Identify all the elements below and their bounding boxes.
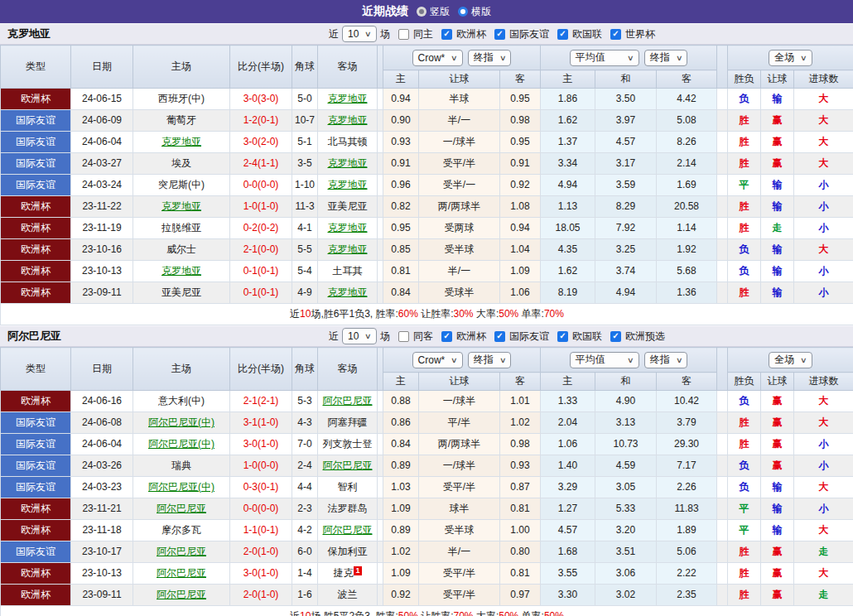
handicap-line: 受平/半 (419, 477, 500, 498)
avg-odds-away: 5.08 (657, 110, 717, 132)
match-score: 2-1(0-0) (230, 239, 292, 261)
match-count-select[interactable]: 10∨ (342, 328, 377, 344)
radio-unselected-icon[interactable] (458, 7, 468, 17)
avg-company-select[interactable]: 平均值∨ (570, 352, 639, 368)
spacer-cell (717, 239, 728, 261)
team-link[interactable]: 阿尔巴尼亚(中) (148, 416, 214, 428)
avg-odds-draw: 3.51 (595, 541, 657, 563)
team-link[interactable]: 克罗地亚 (328, 157, 368, 169)
avg-odds-draw: 4.59 (595, 455, 657, 477)
competition-checkbox[interactable]: ✓ (494, 331, 505, 342)
handicap-odds-home: 1.03 (383, 477, 419, 498)
match-score: 2-1(2-1) (230, 391, 292, 412)
avg-odds-home: 1.27 (541, 498, 595, 520)
competition-checkbox[interactable]: ✓ (441, 29, 452, 40)
scope-select[interactable]: 全场∨ (769, 50, 812, 66)
competition-checkbox[interactable]: ✓ (557, 331, 568, 342)
result-outcome: 胜 (728, 132, 761, 153)
odds-stage-select[interactable]: 终指∨ (468, 50, 512, 66)
team-link[interactable]: 克罗地亚 (161, 136, 201, 147)
team-link[interactable]: 阿尔巴尼亚 (157, 567, 206, 579)
spacer-cell (378, 239, 383, 261)
result-group-header: 全场∨ (728, 348, 853, 373)
team-link[interactable]: 阿尔巴尼亚(中) (148, 438, 214, 450)
away-team-cell: 土耳其 (318, 261, 378, 282)
team-link[interactable]: 阿尔巴尼亚 (157, 589, 206, 600)
competition-checkbox[interactable]: ✓ (494, 29, 505, 40)
result-outcome: 负 (728, 89, 761, 110)
team-link[interactable]: 克罗地亚 (161, 265, 201, 277)
result-group-header: 全场∨ (728, 46, 853, 70)
result-handicap: 赢 (761, 585, 794, 606)
corner-score: 4-3 (292, 412, 318, 434)
avg-odds-draw: 3.50 (595, 89, 657, 110)
match-score: 3-0(1-0) (230, 434, 292, 455)
radio-selected-icon[interactable] (417, 7, 426, 17)
competition-label: 欧国联 (572, 330, 602, 344)
team-link[interactable]: 阿尔巴尼亚 (323, 395, 373, 407)
summary-segment: 10 (300, 308, 311, 320)
team-link[interactable]: 阿尔巴尼亚 (323, 460, 373, 471)
team-link[interactable]: 克罗地亚 (328, 93, 368, 104)
competition-checkbox[interactable]: ✓ (610, 331, 621, 342)
competition-label: 世界杯 (625, 27, 655, 41)
handicap-odds-home: 0.85 (383, 239, 419, 261)
result-goals: 走 (794, 585, 853, 606)
corner-score: 2-3 (292, 498, 318, 520)
scope-select-value: 全场 (774, 353, 794, 367)
avg-odds-draw: 3.59 (595, 175, 657, 196)
handicap-odds-away: 0.98 (500, 110, 541, 132)
avg-odds-home: 3.30 (541, 585, 595, 606)
corner-score: 1-4 (292, 563, 318, 585)
team-link[interactable]: 阿尔巴尼亚 (157, 503, 206, 514)
avg-odds-away: 29.30 (657, 434, 717, 455)
result-goals: 大 (794, 520, 853, 541)
team-link[interactable]: 阿尔巴尼亚 (157, 546, 206, 557)
avg-stage-select[interactable]: 终指∨ (644, 50, 688, 66)
team-link[interactable]: 克罗地亚 (328, 243, 368, 255)
same-venue-checkbox[interactable] (398, 331, 409, 342)
team-link[interactable]: 克罗地亚 (161, 200, 201, 212)
match-row: 欧洲杯23-09-11阿尔巴尼亚2-0(1-0)1-6波兰0.92受平/半0.9… (1, 585, 853, 606)
result-goals: 大 (794, 477, 853, 498)
odds-company-select[interactable]: Crow*∨ (412, 352, 463, 368)
handicap-line: 半/一 (419, 261, 500, 282)
match-score: 2-0(1-0) (230, 585, 292, 606)
radio-vertical-layout[interactable]: 竖版 (417, 5, 450, 19)
away-team-cell: 克罗地亚 (318, 218, 378, 239)
radio-horizontal-layout[interactable]: 横版 (458, 5, 491, 19)
result-goals: 走 (794, 541, 853, 563)
competition-checkbox[interactable]: ✓ (610, 29, 621, 40)
competition-checkbox[interactable]: ✓ (557, 29, 568, 40)
odds-stage-select[interactable]: 终指∨ (468, 352, 512, 368)
spacer-cell (378, 434, 383, 455)
match-score: 2-4(1-1) (230, 153, 292, 175)
home-team-cell: 克罗地亚 (133, 196, 230, 218)
avg-odds-home: 3.55 (541, 563, 595, 585)
result-sub-header: 让球 (761, 70, 794, 89)
competition-checkbox[interactable]: ✓ (441, 331, 452, 342)
match-date: 23-09-11 (71, 585, 133, 606)
avg-odds-draw: 3.05 (595, 477, 657, 498)
same-venue-checkbox[interactable] (398, 29, 409, 40)
scope-select[interactable]: 全场∨ (769, 352, 812, 368)
team-link[interactable]: 克罗地亚 (328, 286, 368, 298)
team-link[interactable]: 阿尔巴尼亚 (323, 524, 373, 536)
handicap-odds-home: 0.86 (383, 412, 419, 434)
team-link[interactable]: 克罗地亚 (328, 179, 368, 190)
near-label: 近 (329, 330, 339, 344)
corner-score: 5-5 (292, 239, 318, 261)
team-link[interactable]: 克罗地亚 (328, 114, 368, 126)
avg-company-select[interactable]: 平均值∨ (570, 50, 639, 66)
team-link[interactable]: 克罗地亚 (328, 222, 368, 233)
spacer-cell (717, 412, 728, 434)
result-outcome: 平 (728, 498, 761, 520)
match-score: 0-3(0-1) (230, 477, 292, 498)
match-date: 23-11-18 (71, 520, 133, 541)
handicap-odds-away: 0.81 (500, 563, 541, 585)
match-row: 国际友谊24-03-26瑞典1-0(0-0)2-4阿尔巴尼亚0.89一/球半0.… (1, 455, 853, 477)
odds-company-select[interactable]: Crow*∨ (412, 50, 463, 66)
match-count-select[interactable]: 10∨ (342, 26, 377, 42)
avg-stage-select[interactable]: 终指∨ (644, 352, 688, 368)
team-link[interactable]: 阿尔巴尼亚(中) (148, 481, 214, 493)
